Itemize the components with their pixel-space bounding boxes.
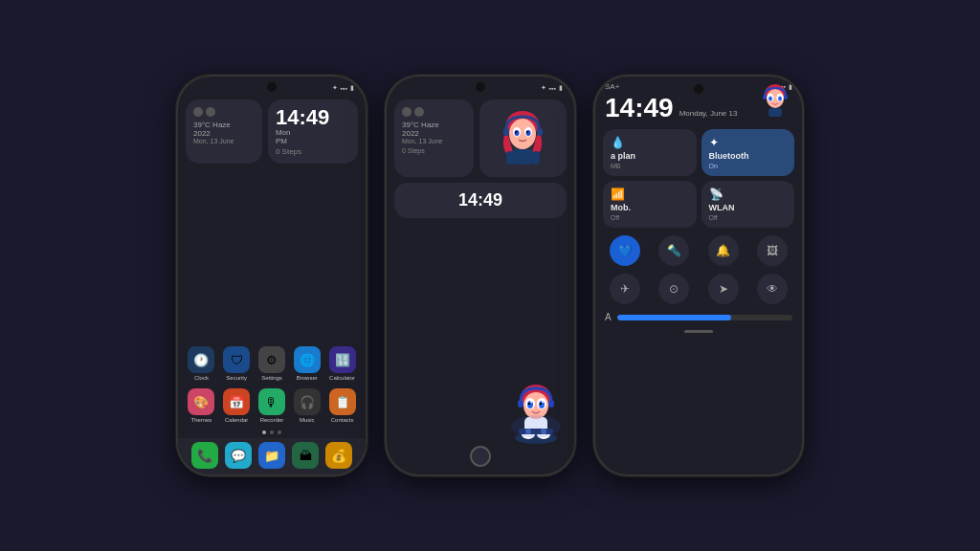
mini-avatar [756,80,794,122]
cloud-dot-4 [414,107,424,117]
bluetooth-ctrl-label: Bluetooth [709,151,788,161]
svg-point-4 [515,130,520,136]
power-button-3 [802,172,804,210]
mini-avatar-svg [756,80,794,119]
year-text-2: 2022 [402,129,466,138]
bluetooth-icon-2: ✦ [541,84,546,92]
dot-3 [278,430,281,434]
svg-rect-8 [503,128,509,136]
wlan-icon: 📡 [709,187,788,201]
app-calendar[interactable]: 📅 Calendar [221,388,253,423]
qbtn-location[interactable]: ➤ [708,274,739,304]
bluetooth-ctrl-sub: On [709,163,788,169]
recorder-icon: 🎙 [258,388,285,415]
control-grid: 💧 a plan MB ✦ Bluetooth On 📶 Mob. Off 📡 … [595,125,802,231]
mobile-icon: 📶 [611,187,689,201]
dock-phone[interactable]: 📞 [191,442,218,469]
browser-icon: 🌐 [294,346,321,373]
dock-wallet[interactable]: 💰 [325,442,352,469]
mobile-label: Mob. [611,203,689,212]
svg-point-38 [778,97,782,101]
brightness-auto-label: A [605,312,612,322]
weather-dots [193,107,255,117]
control-bluetooth[interactable]: ✦ Bluetooth On [702,129,795,176]
app-settings[interactable]: ⚙ Settings [256,346,288,381]
qbtn-bell[interactable]: 🔔 [708,235,739,266]
signal-icon-2: ▪▪▪ [549,85,556,92]
screen-spacer [178,169,366,342]
music-label: Music [300,417,315,423]
svg-point-37 [768,97,772,101]
p3-clock-time: 14:49 [605,95,674,121]
app-themes[interactable]: 🎨 Themes [186,388,217,423]
music-icon: 🎧 [294,388,321,415]
clock-day: Mon [276,128,350,137]
sticker-character [507,379,565,446]
phone2-screen: ✦ ▪▪▪ ▮ 39°C Haze 2022 Mon, 13 June 0 St… [387,77,574,474]
app-browser[interactable]: 🌐 Browser [291,346,323,381]
themes-label: Themes [191,417,212,423]
temperature-text: 39°C Haze [193,121,255,129]
svg-point-5 [526,130,531,136]
app-clock[interactable]: 🕐 Clock [186,346,217,381]
camera-notch-2 [476,82,485,92]
camera-notch-3 [694,84,703,94]
steps-text-2: 0 Steps [402,147,466,154]
themes-icon: 🎨 [188,388,214,415]
calendar-label: Calendar [225,417,248,423]
volume-down-button-2 [385,187,387,210]
clock-period: PM [276,137,350,145]
app-calculator[interactable]: 🔢 Calculator [326,346,358,381]
qbtn-vibrate[interactable]: 💙 [610,235,640,266]
dock-files[interactable]: 📁 [258,442,285,469]
sticker-svg [507,379,565,446]
clock-label: Clock [194,375,209,381]
clock-widget-2: 14:49 [394,183,567,218]
date-text: Mon, 13 June [193,138,255,144]
volume-down-button [176,187,178,210]
brightness-fill [617,315,731,320]
control-mobile[interactable]: 📶 Mob. Off [603,181,697,228]
dot-1 [262,430,266,434]
phone-3: SA+ ▪▪▪ ▮ [593,75,804,476]
quick-btns-row1: 💙 🔦 🔔 🖼 [595,231,802,270]
anime-avatar-svg [497,107,549,169]
qbtn-eye[interactable]: 👁 [757,274,788,304]
app-contacts[interactable]: 📋 Contacts [326,388,358,423]
svg-point-1 [509,119,536,149]
wlan-sub: Off [709,214,788,221]
qbtn-cast[interactable]: 🖼 [757,235,788,266]
dot-2 [270,430,274,434]
svg-point-22 [539,401,545,408]
control-data-plan[interactable]: 💧 a plan MB [603,129,697,176]
dock-gallery[interactable]: 🏔 [292,442,319,469]
qbtn-airplane[interactable]: ✈ [610,274,640,304]
power-button [366,172,368,210]
dock-messages[interactable]: 💬 [225,442,252,469]
sa-label: SA+ [605,82,619,91]
p3-date: Monday, June 13 [679,109,738,121]
qbtn-torch[interactable]: 🔦 [658,235,689,266]
home-button-2[interactable] [470,446,491,467]
svg-rect-41 [768,108,782,117]
app-recorder[interactable]: 🎙 Recorder [256,388,288,423]
brightness-bar[interactable] [617,315,792,320]
svg-rect-10 [512,149,533,165]
calculator-icon: 🔢 [329,346,356,373]
camera-notch [267,82,277,92]
control-wlan[interactable]: 📡 WLAN Off [702,181,795,228]
data-label: a plan [611,151,689,161]
recorder-label: Recorder [260,417,284,423]
steps-text: 0 Steps [276,147,350,156]
widget-row-2: 39°C Haze 2022 Mon, 13 June 0 Steps [387,94,574,183]
year-text: 2022 [193,129,255,138]
brightness-row: A [595,308,802,326]
qbtn-autorotate[interactable]: ⊙ [658,274,689,304]
app-security[interactable]: 🛡 Security [221,346,253,381]
svg-point-26 [542,401,544,403]
weather-widget-2: 39°C Haze 2022 Mon, 13 June 0 Steps [394,99,474,177]
svg-point-24 [540,403,542,405]
clock-icon: 🕐 [188,346,214,373]
app-music[interactable]: 🎧 Music [291,388,323,423]
volume-up-button [176,153,178,177]
